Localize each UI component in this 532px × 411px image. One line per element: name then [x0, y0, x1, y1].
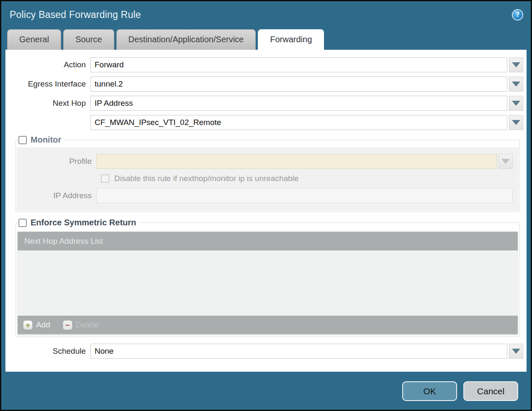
plus-icon: + [23, 320, 33, 330]
profile-label: Profile [17, 157, 96, 166]
monitor-checkbox[interactable] [18, 136, 27, 144]
action-dropdown-button[interactable] [509, 57, 523, 72]
chevron-down-icon [512, 101, 520, 106]
monitor-ip-address-row: IP Address [17, 188, 519, 203]
delete-button-label: Delete [76, 320, 99, 329]
action-row: Action [5, 57, 523, 72]
cancel-button[interactable]: Cancel [463, 381, 518, 401]
next-hop-address-list-body[interactable] [18, 250, 518, 316]
tab-destination-application-service[interactable]: Destination/Application/Service [116, 29, 256, 50]
dialog-title: Policy Based Forwarding Rule [10, 9, 141, 20]
next-hop-label: Next Hop [5, 99, 90, 108]
schedule-input[interactable] [90, 344, 507, 359]
tab-bar: General Source Destination/Application/S… [1, 28, 531, 50]
chevron-down-icon [501, 159, 510, 164]
add-button-label: Add [36, 320, 50, 329]
ok-button[interactable]: OK [402, 381, 457, 401]
tab-general[interactable]: General [7, 29, 61, 50]
tab-source[interactable]: Source [63, 29, 114, 50]
monitor-legend: Monitor [31, 135, 61, 145]
action-input[interactable] [90, 57, 507, 72]
disable-rule-checkbox [101, 174, 109, 183]
chevron-down-icon [512, 82, 520, 87]
add-button[interactable]: + Add [23, 320, 50, 330]
enforce-symmetric-return-group: Enforce Symmetric Return Next Hop Addres… [15, 218, 520, 337]
chevron-down-icon [512, 62, 520, 67]
disable-rule-row: Disable this rule if nexthop/monitor ip … [101, 174, 519, 183]
pbf-rule-dialog: Policy Based Forwarding Rule ? General S… [0, 0, 532, 411]
egress-interface-dropdown-button[interactable] [509, 77, 523, 92]
next-hop-address-row [5, 115, 523, 130]
monitor-group: Monitor Profile Disable this rule if nex… [15, 135, 520, 212]
next-hop-address-table: Next Hop Address List + Add − Delete [18, 232, 518, 334]
monitor-panel: Profile Disable this rule if nexthop/mon… [17, 147, 519, 211]
titlebar: Policy Based Forwarding Rule ? [1, 1, 531, 28]
egress-interface-input[interactable] [90, 77, 507, 92]
monitor-ip-address-label: IP Address [17, 191, 96, 200]
profile-dropdown-button [499, 154, 513, 169]
next-hop-address-list-footer: + Add − Delete [18, 316, 518, 334]
egress-interface-label: Egress Interface [5, 79, 90, 89]
next-hop-type-input[interactable] [90, 96, 507, 111]
schedule-label: Schedule [5, 347, 90, 356]
next-hop-address-list-header: Next Hop Address List [18, 232, 518, 250]
minus-icon: − [63, 320, 72, 330]
profile-input [96, 154, 497, 169]
next-hop-type-dropdown-button[interactable] [509, 96, 523, 111]
schedule-dropdown-button[interactable] [509, 344, 523, 359]
enforce-symmetric-return-legend: Enforce Symmetric Return [31, 218, 136, 227]
disable-rule-label: Disable this rule if nexthop/monitor ip … [114, 174, 298, 183]
next-hop-address-dropdown-button[interactable] [509, 115, 523, 130]
egress-interface-row: Egress Interface [5, 77, 523, 92]
help-icon[interactable]: ? [512, 9, 523, 20]
forwarding-tab-content: Action Egress Interface Next Hop [5, 50, 527, 372]
chevron-down-icon [512, 120, 520, 125]
next-hop-address-input[interactable] [90, 115, 507, 130]
next-hop-row: Next Hop [5, 96, 523, 111]
enforce-symmetric-return-checkbox[interactable] [18, 219, 27, 227]
schedule-row: Schedule [5, 344, 523, 359]
delete-button: − Delete [63, 320, 99, 330]
dialog-footer: OK Cancel [1, 372, 531, 401]
chevron-down-icon [512, 349, 520, 354]
monitor-ip-address-input [96, 188, 513, 203]
action-label: Action [5, 60, 90, 69]
tab-forwarding[interactable]: Forwarding [258, 29, 324, 50]
profile-row: Profile [17, 154, 519, 169]
